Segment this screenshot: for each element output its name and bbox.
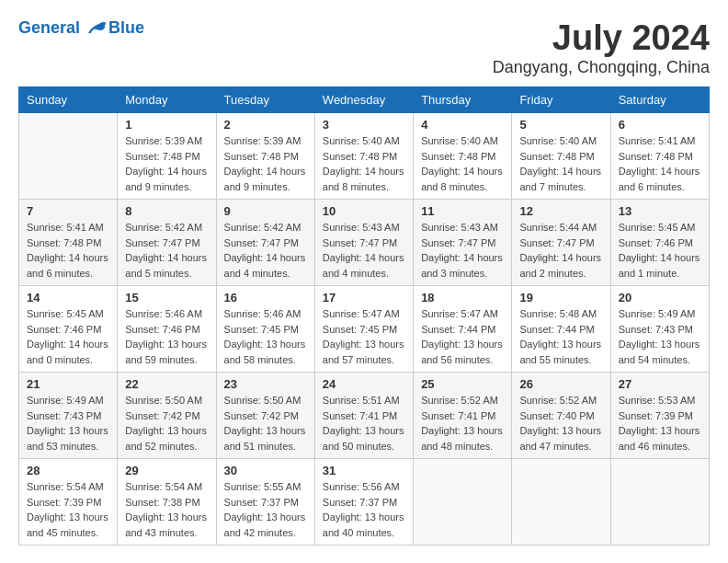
cell-info: Sunrise: 5:39 AM Sunset: 7:48 PM Dayligh…: [125, 133, 208, 194]
date-number: 16: [224, 291, 307, 304]
calendar-cell: 18Sunrise: 5:47 AM Sunset: 7:44 PM Dayli…: [414, 286, 512, 373]
calendar-cell: 3Sunrise: 5:40 AM Sunset: 7:48 PM Daylig…: [314, 113, 413, 200]
date-number: 14: [27, 291, 109, 304]
calendar-row-0: 1Sunrise: 5:39 AM Sunset: 7:48 PM Daylig…: [19, 113, 710, 200]
cell-info: Sunrise: 5:43 AM Sunset: 7:47 PM Dayligh…: [323, 220, 405, 281]
date-number: 24: [323, 377, 405, 391]
column-header-thursday: Thursday: [414, 87, 512, 113]
calendar-row-3: 21Sunrise: 5:49 AM Sunset: 7:43 PM Dayli…: [19, 373, 710, 459]
page-header: General Blue July 2024 Dangyang, Chongqi…: [18, 18, 710, 77]
calendar-cell: [19, 113, 118, 200]
date-number: 29: [125, 464, 208, 477]
date-number: 28: [27, 464, 109, 477]
date-number: 3: [323, 118, 405, 132]
calendar-table: SundayMondayTuesdayWednesdayThursdayFrid…: [18, 86, 710, 546]
cell-info: Sunrise: 5:56 AM Sunset: 7:37 PM Dayligh…: [323, 479, 405, 540]
cell-info: Sunrise: 5:44 AM Sunset: 7:47 PM Dayligh…: [519, 220, 602, 281]
calendar-cell: 29Sunrise: 5:54 AM Sunset: 7:38 PM Dayli…: [118, 459, 216, 546]
logo-blue-text: Blue: [108, 18, 144, 38]
title-area: July 2024 Dangyang, Chongqing, China: [493, 18, 710, 77]
date-number: 4: [421, 118, 504, 132]
calendar-header-row: SundayMondayTuesdayWednesdayThursdayFrid…: [19, 87, 710, 113]
calendar-cell: 4Sunrise: 5:40 AM Sunset: 7:48 PM Daylig…: [414, 113, 512, 200]
calendar-cell: 6Sunrise: 5:41 AM Sunset: 7:48 PM Daylig…: [610, 113, 709, 200]
date-number: 31: [323, 464, 405, 477]
calendar-cell: 2Sunrise: 5:39 AM Sunset: 7:48 PM Daylig…: [216, 113, 314, 200]
calendar-cell: 7Sunrise: 5:41 AM Sunset: 7:48 PM Daylig…: [19, 200, 118, 286]
date-number: 1: [125, 118, 208, 132]
cell-info: Sunrise: 5:52 AM Sunset: 7:41 PM Dayligh…: [421, 393, 504, 454]
logo-bird-icon: [86, 20, 107, 37]
calendar-cell: 23Sunrise: 5:50 AM Sunset: 7:42 PM Dayli…: [216, 373, 314, 459]
date-number: 5: [519, 118, 602, 132]
cell-info: Sunrise: 5:40 AM Sunset: 7:48 PM Dayligh…: [421, 133, 504, 194]
subtitle: Dangyang, Chongqing, China: [493, 58, 710, 77]
cell-info: Sunrise: 5:42 AM Sunset: 7:47 PM Dayligh…: [224, 220, 307, 281]
calendar-cell: 19Sunrise: 5:48 AM Sunset: 7:44 PM Dayli…: [512, 286, 610, 373]
cell-info: Sunrise: 5:48 AM Sunset: 7:44 PM Dayligh…: [519, 306, 602, 367]
calendar-cell: 26Sunrise: 5:52 AM Sunset: 7:40 PM Dayli…: [512, 373, 610, 459]
logo: General Blue: [18, 18, 144, 38]
calendar-cell: 9Sunrise: 5:42 AM Sunset: 7:47 PM Daylig…: [216, 200, 314, 286]
logo-text: General: [18, 19, 107, 38]
date-number: 25: [421, 377, 504, 391]
calendar-cell: 27Sunrise: 5:53 AM Sunset: 7:39 PM Dayli…: [610, 373, 709, 459]
calendar-cell: 8Sunrise: 5:42 AM Sunset: 7:47 PM Daylig…: [118, 200, 216, 286]
calendar-cell: 24Sunrise: 5:51 AM Sunset: 7:41 PM Dayli…: [314, 373, 413, 459]
calendar-cell: 22Sunrise: 5:50 AM Sunset: 7:42 PM Dayli…: [118, 373, 216, 459]
calendar-cell: 31Sunrise: 5:56 AM Sunset: 7:37 PM Dayli…: [314, 459, 413, 546]
column-header-wednesday: Wednesday: [314, 87, 413, 113]
date-number: 7: [27, 204, 109, 218]
calendar-cell: 13Sunrise: 5:45 AM Sunset: 7:46 PM Dayli…: [610, 200, 709, 286]
cell-info: Sunrise: 5:49 AM Sunset: 7:43 PM Dayligh…: [619, 306, 701, 367]
cell-info: Sunrise: 5:54 AM Sunset: 7:39 PM Dayligh…: [27, 479, 109, 540]
calendar-cell: 10Sunrise: 5:43 AM Sunset: 7:47 PM Dayli…: [314, 200, 413, 286]
date-number: 22: [125, 377, 208, 391]
column-header-saturday: Saturday: [610, 87, 709, 113]
date-number: 26: [519, 377, 602, 391]
calendar-cell: 1Sunrise: 5:39 AM Sunset: 7:48 PM Daylig…: [118, 113, 216, 200]
cell-info: Sunrise: 5:54 AM Sunset: 7:38 PM Dayligh…: [125, 479, 208, 540]
calendar-cell: 12Sunrise: 5:44 AM Sunset: 7:47 PM Dayli…: [512, 200, 610, 286]
column-header-monday: Monday: [118, 87, 216, 113]
date-number: 19: [519, 291, 602, 304]
calendar-cell: 14Sunrise: 5:45 AM Sunset: 7:46 PM Dayli…: [19, 286, 118, 373]
cell-info: Sunrise: 5:50 AM Sunset: 7:42 PM Dayligh…: [125, 393, 208, 454]
cell-info: Sunrise: 5:47 AM Sunset: 7:45 PM Dayligh…: [323, 306, 405, 367]
date-number: 10: [323, 204, 405, 218]
cell-info: Sunrise: 5:40 AM Sunset: 7:48 PM Dayligh…: [323, 133, 405, 194]
calendar-cell: 5Sunrise: 5:40 AM Sunset: 7:48 PM Daylig…: [512, 113, 610, 200]
calendar-cell: 11Sunrise: 5:43 AM Sunset: 7:47 PM Dayli…: [414, 200, 512, 286]
calendar-cell: [414, 459, 512, 546]
calendar-cell: 30Sunrise: 5:55 AM Sunset: 7:37 PM Dayli…: [216, 459, 314, 546]
calendar-cell: 25Sunrise: 5:52 AM Sunset: 7:41 PM Dayli…: [414, 373, 512, 459]
cell-info: Sunrise: 5:42 AM Sunset: 7:47 PM Dayligh…: [125, 220, 208, 281]
cell-info: Sunrise: 5:41 AM Sunset: 7:48 PM Dayligh…: [619, 133, 701, 194]
cell-info: Sunrise: 5:43 AM Sunset: 7:47 PM Dayligh…: [421, 220, 504, 281]
cell-info: Sunrise: 5:39 AM Sunset: 7:48 PM Dayligh…: [224, 133, 307, 194]
column-header-tuesday: Tuesday: [216, 87, 314, 113]
date-number: 13: [619, 204, 701, 218]
cell-info: Sunrise: 5:52 AM Sunset: 7:40 PM Dayligh…: [519, 393, 602, 454]
date-number: 2: [224, 118, 307, 132]
date-number: 9: [224, 204, 307, 218]
cell-info: Sunrise: 5:50 AM Sunset: 7:42 PM Dayligh…: [224, 393, 307, 454]
calendar-cell: 16Sunrise: 5:46 AM Sunset: 7:45 PM Dayli…: [216, 286, 314, 373]
date-number: 21: [27, 377, 109, 391]
date-number: 27: [619, 377, 701, 391]
cell-info: Sunrise: 5:40 AM Sunset: 7:48 PM Dayligh…: [519, 133, 602, 194]
cell-info: Sunrise: 5:55 AM Sunset: 7:37 PM Dayligh…: [224, 479, 307, 540]
calendar-cell: [610, 459, 709, 546]
date-number: 23: [224, 377, 307, 391]
cell-info: Sunrise: 5:45 AM Sunset: 7:46 PM Dayligh…: [619, 220, 701, 281]
date-number: 30: [224, 464, 307, 477]
calendar-row-1: 7Sunrise: 5:41 AM Sunset: 7:48 PM Daylig…: [19, 200, 710, 286]
column-header-friday: Friday: [512, 87, 610, 113]
calendar-cell: 28Sunrise: 5:54 AM Sunset: 7:39 PM Dayli…: [19, 459, 118, 546]
cell-info: Sunrise: 5:53 AM Sunset: 7:39 PM Dayligh…: [619, 393, 701, 454]
cell-info: Sunrise: 5:51 AM Sunset: 7:41 PM Dayligh…: [323, 393, 405, 454]
calendar-cell: 21Sunrise: 5:49 AM Sunset: 7:43 PM Dayli…: [19, 373, 118, 459]
date-number: 12: [519, 204, 602, 218]
cell-info: Sunrise: 5:49 AM Sunset: 7:43 PM Dayligh…: [27, 393, 109, 454]
date-number: 6: [619, 118, 701, 132]
